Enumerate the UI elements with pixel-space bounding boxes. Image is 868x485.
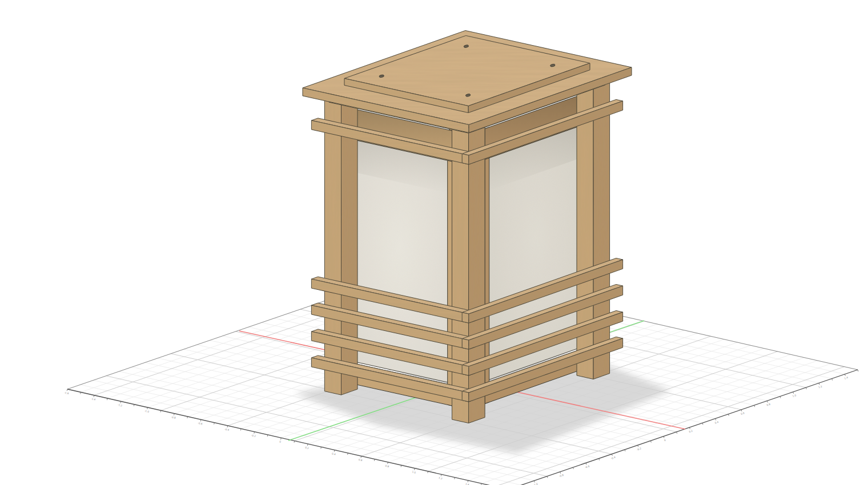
svg-text:1.0: 1.0 [792, 394, 797, 398]
svg-text:-0.2: -0.2 [251, 434, 256, 438]
svg-text:-1.2: -1.2 [117, 403, 122, 407]
svg-text:-0.8: -0.8 [558, 474, 564, 478]
svg-text:0.8: 0.8 [766, 403, 771, 407]
svg-text:-0.6: -0.6 [585, 464, 590, 468]
svg-text:-1.4: -1.4 [91, 397, 96, 401]
svg-text:0.6: 0.6 [740, 411, 745, 415]
svg-text:0.8: 0.8 [385, 464, 389, 468]
svg-text:1.0: 1.0 [412, 470, 416, 474]
svg-text:-0.8: -0.8 [171, 415, 176, 419]
svg-text:-0.4: -0.4 [224, 427, 230, 431]
svg-text:0: 0 [664, 438, 666, 442]
lantern-model[interactable] [303, 31, 632, 423]
svg-text:-0.2: -0.2 [636, 447, 642, 451]
svg-text:1.4: 1.4 [465, 483, 469, 485]
svg-text:0.4: 0.4 [332, 452, 336, 455]
svg-text:0.2: 0.2 [305, 446, 310, 450]
svg-text:1.4: 1.4 [844, 376, 849, 380]
svg-text:0: 0 [279, 440, 282, 443]
svg-text:0.4: 0.4 [714, 421, 719, 425]
scene-svg: -1.6-1.4-1.2-1.0-0.8-0.6-0.4-0.200.20.40… [0, 0, 868, 485]
svg-text:0.2: 0.2 [689, 429, 693, 433]
svg-text:-1.0: -1.0 [533, 482, 539, 485]
svg-text:-1.6: -1.6 [64, 391, 69, 395]
cad-viewport[interactable]: -1.6-1.4-1.2-1.0-0.8-0.6-0.4-0.200.20.40… [0, 0, 868, 485]
svg-text:0.6: 0.6 [358, 458, 363, 462]
svg-text:-1.0: -1.0 [144, 409, 149, 413]
svg-text:1.2: 1.2 [818, 385, 822, 389]
svg-text:-0.6: -0.6 [198, 422, 203, 426]
svg-text:-0.4: -0.4 [610, 456, 616, 460]
svg-text:1.2: 1.2 [439, 476, 443, 480]
